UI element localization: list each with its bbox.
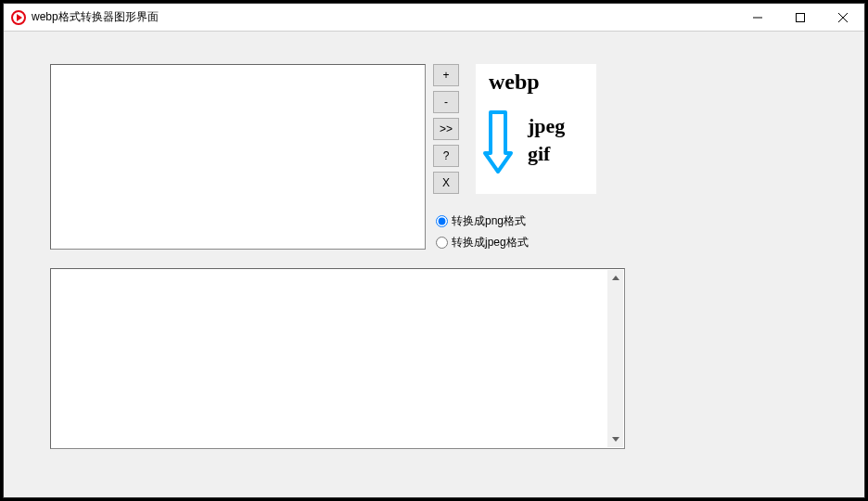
logo-gif-text: gif <box>528 142 550 166</box>
title-bar[interactable]: webp格式转换器图形界面 <box>4 4 864 32</box>
arrow-icon <box>481 105 522 179</box>
format-radio-group: 转换成png格式 转换成jpeg格式 <box>436 213 529 250</box>
radio-png[interactable]: 转换成png格式 <box>436 213 529 229</box>
maximize-button[interactable] <box>779 4 822 31</box>
output-textarea[interactable] <box>50 268 625 449</box>
logo-image: webp jpeg gif <box>476 64 596 194</box>
minimize-button[interactable] <box>736 4 779 31</box>
logo-jpeg-text: jpeg <box>528 114 565 138</box>
window-controls <box>736 4 864 31</box>
clear-button[interactable]: X <box>433 172 459 194</box>
convert-button[interactable]: >> <box>433 118 459 140</box>
help-button[interactable]: ? <box>433 145 459 167</box>
radio-png-input[interactable] <box>436 215 448 227</box>
button-column: + - >> ? X <box>433 64 459 194</box>
close-button[interactable] <box>822 4 864 31</box>
radio-jpeg-label: 转换成jpeg格式 <box>452 235 529 250</box>
radio-jpeg-input[interactable] <box>436 237 448 249</box>
scroll-up-icon[interactable] <box>607 270 623 286</box>
file-list[interactable] <box>50 64 426 250</box>
radio-png-label: 转换成png格式 <box>452 213 526 229</box>
window-title: webp格式转换器图形界面 <box>32 9 159 25</box>
radio-jpeg[interactable]: 转换成jpeg格式 <box>436 235 529 250</box>
scroll-track[interactable] <box>607 286 623 431</box>
app-icon <box>11 10 26 25</box>
scrollbar[interactable] <box>607 270 623 447</box>
scroll-down-icon[interactable] <box>607 431 623 447</box>
add-button[interactable]: + <box>433 64 459 86</box>
remove-button[interactable]: - <box>433 91 459 113</box>
client-area: + - >> ? X webp jpeg gif 转换成png格式 <box>4 32 864 497</box>
app-window: webp格式转换器图形界面 + - >> ? X <box>3 3 865 498</box>
logo-webp-text: webp <box>489 70 540 95</box>
svg-rect-2 <box>797 13 805 21</box>
